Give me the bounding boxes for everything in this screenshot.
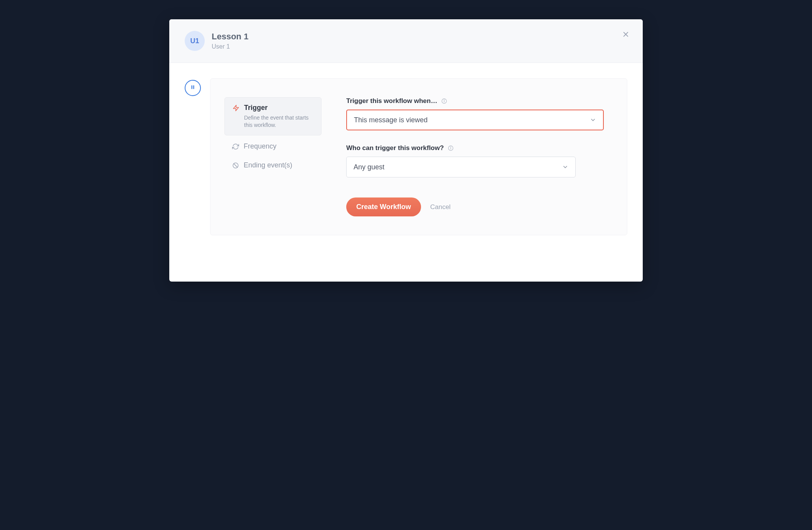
close-button[interactable] [620,29,631,40]
nav-item-frequency[interactable]: Frequency [224,138,322,154]
header-texts: Lesson 1 User 1 [212,32,248,50]
page-subtitle: User 1 [212,43,248,50]
field-label: Trigger this workflow when… [346,97,437,105]
page-title: Lesson 1 [212,32,248,42]
cancel-button[interactable]: Cancel [430,203,451,211]
svg-marker-4 [233,105,239,111]
avatar-initials: U1 [190,37,199,45]
svg-point-9 [444,100,445,100]
svg-rect-2 [192,85,192,89]
field-trigger-when: Trigger this workflow when… This message… [346,97,604,130]
select-value: This message is viewed [354,116,428,124]
form-area: Trigger this workflow when… This message… [346,97,604,216]
field-label: Who can trigger this workflow? [346,144,444,152]
nav-item-texts: Trigger Define the event that starts thi… [244,104,313,129]
nav-item-texts: Frequency [244,142,276,150]
nav-item-title: Trigger [244,104,313,112]
config-panel: Trigger Define the event that starts thi… [210,78,627,235]
select-value: Any guest [354,163,384,171]
ban-icon [232,162,239,169]
nav-item-trigger[interactable]: Trigger Define the event that starts thi… [224,97,322,135]
avatar: U1 [185,31,205,51]
trigger-when-select[interactable]: This message is viewed [346,110,604,130]
nav-item-texts: Ending event(s) [244,161,292,169]
modal-body: Trigger Define the event that starts thi… [169,63,643,282]
field-label-row: Who can trigger this workflow? [346,144,604,152]
workflow-modal: U1 Lesson 1 User 1 [169,19,643,282]
workflow-status-pause[interactable] [185,80,201,96]
info-icon[interactable] [441,98,447,104]
close-icon [622,31,629,39]
nav-item-title: Ending event(s) [244,161,292,169]
side-nav: Trigger Define the event that starts thi… [224,97,322,216]
pause-icon [190,84,195,91]
info-icon[interactable] [448,145,454,151]
nav-item-ending[interactable]: Ending event(s) [224,157,322,173]
refresh-icon [232,143,239,150]
form-actions: Create Workflow Cancel [346,197,604,216]
chevron-down-icon [562,164,568,170]
nav-item-description: Define the event that starts this workfl… [244,114,313,129]
modal-header: U1 Lesson 1 User 1 [169,19,643,63]
svg-point-12 [451,147,451,147]
field-who-can-trigger: Who can trigger this workflow? Any guest [346,144,604,177]
nav-item-title: Frequency [244,142,276,150]
svg-rect-3 [193,85,194,89]
field-label-row: Trigger this workflow when… [346,97,604,105]
create-workflow-button[interactable]: Create Workflow [346,197,421,216]
header-row: U1 Lesson 1 User 1 [185,31,627,51]
svg-line-6 [234,164,238,167]
who-can-trigger-select[interactable]: Any guest [346,157,576,177]
chevron-down-icon [590,117,596,123]
lightning-icon [232,105,239,111]
